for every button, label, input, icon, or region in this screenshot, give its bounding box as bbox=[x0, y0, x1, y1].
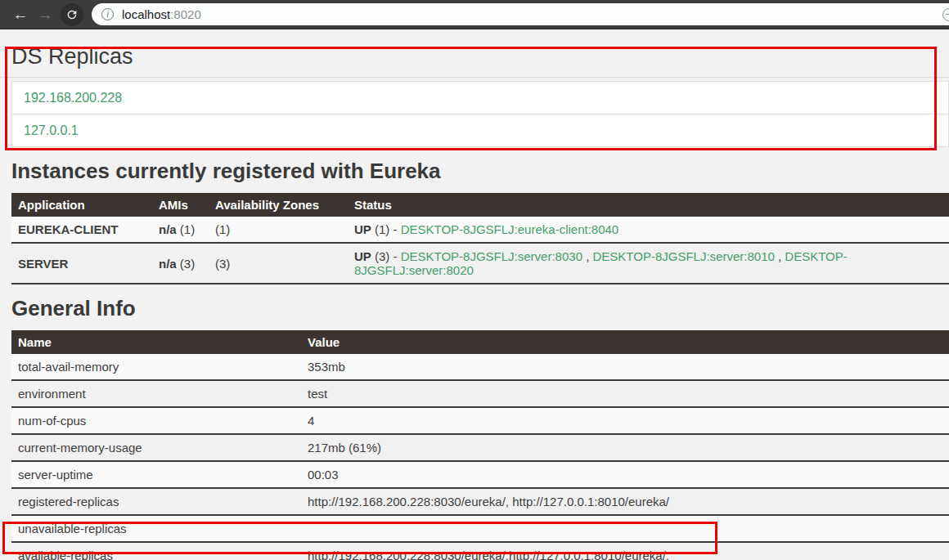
table-row: SERVER n/a (3) (3) UP (3) - DESKTOP-8JGS… bbox=[11, 243, 949, 284]
table-row: available-replicas http://192.168.200.22… bbox=[11, 542, 949, 560]
ds-replicas-heading: DS Replicas bbox=[0, 29, 949, 78]
info-name: server-uptime bbox=[11, 461, 301, 488]
instances-heading: Instances currently registered with Eure… bbox=[11, 158, 949, 185]
url-text: localhost:8020 bbox=[122, 7, 201, 21]
info-value: 4 bbox=[301, 407, 949, 434]
info-icon[interactable]: i bbox=[101, 8, 114, 20]
info-name: unavailable-replicas bbox=[11, 515, 301, 542]
info-name: available-replicas bbox=[11, 542, 301, 560]
info-name: current-memory-usage bbox=[11, 434, 301, 461]
zones-cell: (3) bbox=[209, 243, 348, 284]
table-row: total-avail-memory 353mb bbox=[11, 354, 949, 380]
column-header-amis: AMIs bbox=[152, 193, 209, 217]
forward-arrow-icon[interactable]: → bbox=[33, 2, 57, 27]
info-value: http://192.168.200.228:8030/eureka/,http… bbox=[301, 542, 949, 560]
column-header-name: Name bbox=[11, 330, 301, 354]
column-header-value: Value bbox=[301, 330, 949, 354]
table-row: num-of-cpus 4 bbox=[11, 407, 949, 434]
refresh-icon bbox=[65, 8, 79, 21]
instance-link[interactable]: DESKTOP-8JGSFLJ:server:8010 bbox=[593, 249, 775, 263]
replica-link[interactable]: 192.168.200.228 bbox=[24, 91, 122, 105]
column-header-status: Status bbox=[348, 193, 949, 217]
amis-cell: n/a (1) bbox=[152, 217, 209, 243]
url-port: :8020 bbox=[170, 7, 201, 21]
column-header-application: Application bbox=[11, 193, 152, 217]
table-row: current-memory-usage 217mb (61%) bbox=[11, 434, 949, 461]
back-arrow-icon[interactable]: ← bbox=[8, 2, 33, 27]
info-value: 217mb (61%) bbox=[301, 434, 949, 461]
application-cell: EUREKA-CLIENT bbox=[11, 217, 152, 243]
address-bar[interactable]: i localhost:8020 bbox=[92, 3, 949, 25]
replica-link[interactable]: 127.0.0.1 bbox=[24, 123, 79, 138]
info-value: test bbox=[301, 380, 949, 407]
general-info-header-row: Name Value bbox=[11, 330, 949, 354]
table-row: EUREKA-CLIENT n/a (1) (1) UP (1) - DESKT… bbox=[11, 217, 949, 243]
info-name: num-of-cpus bbox=[11, 407, 301, 434]
url-host: localhost bbox=[122, 7, 170, 21]
status-cell: UP (3) - DESKTOP-8JGSFLJ:server:8030 , D… bbox=[348, 243, 949, 284]
info-name: registered-replicas bbox=[11, 488, 301, 515]
instance-link[interactable]: DESKTOP-8JGSFLJ:server:8030 bbox=[401, 249, 582, 263]
ds-replicas-list: 192.168.200.228 127.0.0.1 bbox=[11, 81, 949, 147]
info-value: 353mb bbox=[301, 354, 949, 380]
table-row: registered-replicas http://192.168.200.2… bbox=[11, 488, 949, 515]
table-row: environment test bbox=[11, 380, 949, 407]
general-info-table: Name Value total-avail-memory 353mb envi… bbox=[11, 330, 949, 560]
info-value bbox=[301, 515, 949, 542]
replica-item: 192.168.200.228 bbox=[11, 81, 949, 114]
refresh-button[interactable] bbox=[61, 3, 83, 26]
info-name: environment bbox=[11, 380, 301, 407]
table-row: unavailable-replicas bbox=[11, 515, 949, 542]
browser-toolbar: ← → i localhost:8020 bbox=[0, 0, 949, 29]
partial-circle-icon bbox=[942, 8, 949, 21]
table-row: server-uptime 00:03 bbox=[11, 461, 949, 488]
info-name: total-avail-memory bbox=[11, 354, 301, 380]
column-header-availability-zones: Availability Zones bbox=[209, 193, 348, 217]
info-value: http://192.168.200.228:8030/eureka/, htt… bbox=[301, 488, 949, 515]
instance-link[interactable]: DESKTOP-8JGSFLJ:eureka-client:8040 bbox=[401, 222, 619, 236]
amis-cell: n/a (3) bbox=[152, 243, 209, 284]
general-info-heading: General Info bbox=[11, 295, 949, 322]
info-value: 00:03 bbox=[301, 461, 949, 488]
status-cell: UP (1) - DESKTOP-8JGSFLJ:eureka-client:8… bbox=[348, 217, 949, 243]
instances-table: Application AMIs Availability Zones Stat… bbox=[11, 193, 949, 284]
replica-item: 127.0.0.1 bbox=[11, 114, 949, 147]
application-cell: SERVER bbox=[11, 243, 152, 284]
instances-header-row: Application AMIs Availability Zones Stat… bbox=[11, 193, 949, 217]
zones-cell: (1) bbox=[209, 217, 348, 243]
